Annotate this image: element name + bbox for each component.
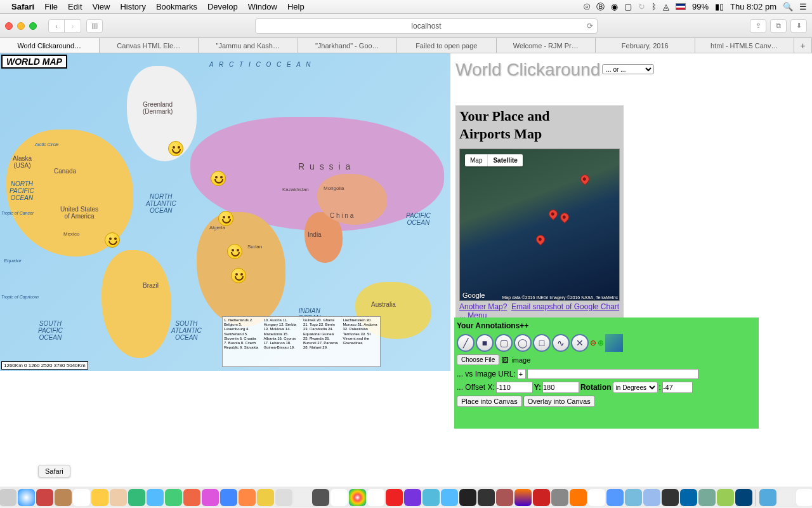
dock-icon-42[interactable] — [735, 489, 752, 506]
bluetooth-icon[interactable]: ᛒ — [652, 2, 657, 11]
dock-icon-14[interactable] — [220, 489, 237, 506]
dock-icon-10[interactable] — [147, 489, 164, 506]
world-map-canvas[interactable]: WORLD MAP A R C T I C O C E A N NORTH PA… — [0, 53, 450, 371]
smiley-marker-3[interactable] — [218, 211, 233, 226]
choose-file-button[interactable]: Choose File — [457, 354, 499, 365]
dock-safari-icon[interactable] — [18, 489, 35, 506]
tab-4[interactable]: Failed to open page — [397, 38, 497, 53]
satellite-btn[interactable]: Satellite — [488, 154, 522, 166]
menu-develop[interactable]: Develop — [207, 2, 238, 11]
dock-icon-7[interactable] — [91, 489, 108, 506]
dock-icon-24[interactable] — [404, 489, 421, 506]
dock-chrome-icon[interactable] — [349, 489, 366, 506]
menu-edit[interactable]: Edit — [68, 2, 82, 11]
dock-icon-9[interactable] — [128, 489, 145, 506]
minus-icon[interactable]: ⊖ — [590, 338, 596, 347]
dock-icon-32[interactable] — [551, 489, 568, 506]
forward-button[interactable]: › — [65, 19, 81, 33]
dock-icon-13[interactable] — [202, 489, 219, 506]
or-select[interactable]: ... or ... — [602, 64, 654, 74]
dock-icon-22[interactable] — [367, 489, 384, 506]
status-icon-2[interactable]: Ⓑ — [596, 1, 605, 13]
dock-icon-12[interactable] — [183, 489, 200, 506]
image-thumb[interactable] — [605, 334, 623, 352]
dock-icon-34[interactable] — [588, 489, 605, 506]
offset-x-input[interactable] — [496, 382, 533, 393]
menu-file[interactable]: File — [44, 2, 58, 11]
dock-icon-8[interactable] — [110, 489, 127, 506]
dock-icon-41[interactable] — [717, 489, 734, 506]
menu-help[interactable]: Help — [287, 2, 304, 11]
another-map-link[interactable]: Another Map? — [459, 302, 507, 311]
dock-icon-27[interactable] — [459, 489, 476, 506]
spotlight-icon[interactable]: 🔍 — [783, 2, 793, 11]
rotation-value-input[interactable] — [662, 382, 693, 393]
dock-icon-4[interactable] — [36, 489, 53, 506]
tabs-button[interactable]: ⧉ — [770, 19, 787, 33]
dock-icon-39[interactable] — [680, 489, 697, 506]
dock-icon-15[interactable] — [239, 489, 256, 506]
dock-doc-icon[interactable] — [778, 489, 795, 506]
map-pin-4[interactable] — [534, 233, 547, 246]
map-pin-3[interactable] — [558, 211, 571, 224]
smiley-marker-5[interactable] — [227, 244, 242, 259]
menu-history[interactable]: History — [120, 2, 145, 11]
dock-icon-5[interactable] — [55, 489, 72, 506]
wifi-icon[interactable]: ◬ — [663, 2, 669, 11]
sidebar-button[interactable]: ▥ — [86, 19, 103, 33]
tab-3[interactable]: "Jharkhand" - Goo… — [298, 38, 398, 53]
dock-launchpad-icon[interactable] — [0, 489, 16, 506]
downloads-button[interactable]: ⬇ — [790, 19, 807, 33]
zoom-window[interactable] — [29, 22, 37, 30]
reload-icon[interactable]: ⟳ — [587, 22, 593, 30]
google-map[interactable]: Map Satellite Google Map data ©2016 INEG… — [459, 149, 620, 301]
dock-icon-40[interactable] — [698, 489, 716, 506]
map-pin-2[interactable] — [547, 208, 560, 220]
battery-icon[interactable]: ▮▯ — [715, 2, 724, 11]
minimize-window[interactable] — [17, 22, 25, 30]
tool-line-icon[interactable]: ╱ — [457, 334, 475, 352]
menu-window[interactable]: Window — [248, 2, 277, 11]
tab-2[interactable]: "Jammu and Kash… — [199, 38, 298, 53]
dock-icon-19[interactable] — [312, 489, 329, 506]
tool-curve-icon[interactable]: ∿ — [552, 334, 570, 352]
dock-filezilla-icon[interactable] — [533, 489, 550, 506]
tab-1[interactable]: Canvas HTML Ele… — [100, 38, 199, 53]
dock-icon-28[interactable] — [478, 489, 495, 506]
dock-icon-11[interactable] — [165, 489, 182, 506]
notification-icon[interactable]: ☰ — [799, 2, 807, 11]
overlay-into-canvas-button[interactable]: Overlay into Canvas — [523, 396, 595, 407]
plus-icon[interactable]: ⊕ — [598, 338, 604, 347]
status-icon-1[interactable]: ⦾ — [584, 2, 590, 12]
dock-icon-38[interactable] — [662, 489, 679, 506]
tab-6[interactable]: February, 2016 — [596, 38, 695, 53]
dock-vlc-icon[interactable] — [570, 489, 587, 506]
place-into-canvas-button[interactable]: Place into Canvas — [457, 396, 522, 407]
dock-firefox-icon[interactable] — [514, 489, 532, 506]
dock-web-icon[interactable] — [796, 489, 813, 506]
back-button[interactable]: ‹ — [48, 19, 65, 33]
dock-icon-35[interactable] — [606, 489, 624, 506]
menu-bookmarks[interactable]: Bookmarks — [156, 2, 197, 11]
url-prefix-input[interactable] — [517, 369, 526, 379]
dock-icon-6[interactable] — [73, 489, 90, 506]
share-button[interactable]: ⇪ — [750, 19, 766, 33]
smiley-marker-1[interactable] — [168, 141, 183, 156]
dock-icon-17[interactable] — [275, 489, 292, 506]
tool-rect-fill-icon[interactable]: ■ — [476, 334, 494, 352]
tool-clear-icon[interactable]: ✕ — [571, 334, 589, 352]
address-bar[interactable]: localhost ⟳ — [255, 18, 598, 34]
close-window[interactable] — [5, 22, 13, 30]
airplay-icon[interactable]: ▢ — [624, 2, 632, 11]
smiley-marker-6[interactable] — [231, 268, 246, 283]
status-icon-3[interactable]: ◉ — [611, 2, 618, 11]
dock-opera-icon[interactable] — [386, 489, 403, 506]
rotation-unit-select[interactable]: in Degrees — [613, 382, 658, 393]
tab-5[interactable]: Welcome - RJM Pr… — [497, 38, 596, 53]
smiley-marker-2[interactable] — [211, 171, 226, 186]
new-tab-button[interactable]: + — [794, 38, 812, 53]
dock-icon-18[interactable] — [294, 489, 311, 506]
tool-circle-icon[interactable]: ◯ — [514, 334, 532, 352]
tool-rect-outline-icon[interactable]: ▢ — [495, 334, 513, 352]
dock-icon-25[interactable] — [422, 489, 440, 506]
